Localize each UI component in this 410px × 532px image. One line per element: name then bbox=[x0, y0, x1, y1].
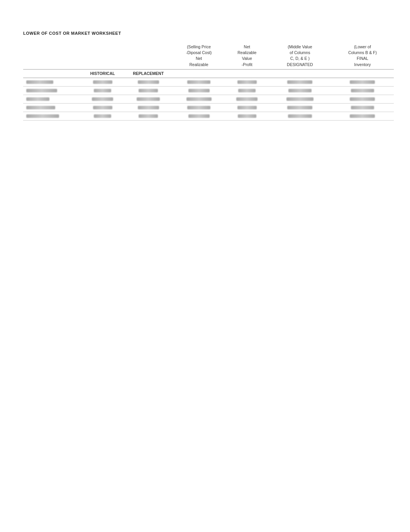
col-lower-line2: Columns B & F) bbox=[348, 50, 377, 55]
data-cell bbox=[81, 112, 124, 121]
col-net-line2: Realizable bbox=[237, 50, 256, 55]
col-net-header: Net Realizable Value -Profit bbox=[225, 43, 269, 69]
data-cell bbox=[172, 112, 225, 121]
data-cell bbox=[269, 78, 331, 87]
data-cell bbox=[331, 104, 394, 112]
col-selling-line2: -Diposal Cost) bbox=[186, 50, 212, 55]
data-cell bbox=[124, 95, 173, 104]
worksheet-table: (Selling Price -Diposal Cost) Net Realiz… bbox=[23, 43, 394, 121]
data-cell bbox=[124, 112, 173, 121]
col-historical-header bbox=[81, 43, 124, 69]
data-cell bbox=[225, 95, 269, 104]
data-cell bbox=[331, 87, 394, 95]
data-cell bbox=[23, 78, 81, 87]
table-row bbox=[23, 78, 394, 87]
col-middle-line4: DESIGNATED bbox=[287, 62, 313, 67]
worksheet-container: (Selling Price -Diposal Cost) Net Realiz… bbox=[23, 43, 387, 121]
subheader-lower bbox=[331, 69, 394, 78]
col-replacement-header bbox=[124, 43, 173, 69]
table-row bbox=[23, 104, 394, 112]
col-lower-header: (Lower of Columns B & F) FINAL Inventory bbox=[331, 43, 394, 69]
data-cell bbox=[172, 87, 225, 95]
table-row bbox=[23, 95, 394, 104]
column-header-row: (Selling Price -Diposal Cost) Net Realiz… bbox=[23, 43, 394, 69]
data-cell bbox=[225, 78, 269, 87]
data-cell bbox=[23, 112, 81, 121]
col-selling-line1: (Selling Price bbox=[187, 44, 211, 49]
col-selling-line3: Net bbox=[196, 56, 202, 61]
data-cell bbox=[172, 104, 225, 112]
data-cell bbox=[225, 87, 269, 95]
page: LOWER OF COST OR MARKET WORKSHEET (Selli… bbox=[0, 0, 410, 532]
col-middle-line1: (Middle Value bbox=[288, 44, 312, 49]
col-net-line3: Value bbox=[242, 56, 252, 61]
data-cell bbox=[124, 78, 173, 87]
data-cell bbox=[269, 112, 331, 121]
subheader-historical: HISTORICAL bbox=[81, 69, 124, 78]
subheader-net bbox=[225, 69, 269, 78]
data-cell bbox=[269, 104, 331, 112]
data-cell bbox=[269, 95, 331, 104]
subheader-item bbox=[23, 69, 81, 78]
data-cell bbox=[225, 112, 269, 121]
data-cell bbox=[172, 95, 225, 104]
data-cell bbox=[81, 95, 124, 104]
data-cell bbox=[23, 104, 81, 112]
col-middle-header: (Middle Value of Columns C, D, & E ) DES… bbox=[269, 43, 331, 69]
col-net-line4: -Profit bbox=[242, 62, 252, 67]
subheader-selling bbox=[172, 69, 225, 78]
data-cell bbox=[225, 104, 269, 112]
data-cell bbox=[331, 95, 394, 104]
col-lower-line3: FINAL bbox=[357, 56, 368, 61]
data-cell bbox=[23, 87, 81, 95]
data-cell bbox=[81, 78, 124, 87]
data-cell bbox=[23, 95, 81, 104]
subheader-replacement: REPLACEMENT bbox=[124, 69, 173, 78]
col-item-header bbox=[23, 43, 81, 69]
table-row bbox=[23, 112, 394, 121]
data-cell bbox=[124, 104, 173, 112]
subheader-middle bbox=[269, 69, 331, 78]
col-middle-line3: C, D, & E ) bbox=[290, 56, 310, 61]
table-row bbox=[23, 87, 394, 95]
col-lower-line4: Inventory bbox=[354, 62, 371, 67]
data-cell bbox=[172, 78, 225, 87]
col-selling-header: (Selling Price -Diposal Cost) Net Realiz… bbox=[172, 43, 225, 69]
col-selling-line4: Realizable bbox=[190, 62, 208, 67]
col-middle-line2: of Columns bbox=[290, 50, 310, 55]
data-cell bbox=[81, 104, 124, 112]
col-lower-line1: (Lower of bbox=[354, 44, 371, 49]
data-cell bbox=[81, 87, 124, 95]
page-title: LOWER OF COST OR MARKET WORKSHEET bbox=[23, 31, 387, 36]
col-net-line1: Net bbox=[244, 44, 250, 49]
data-cell bbox=[124, 87, 173, 95]
data-rows-container bbox=[23, 78, 394, 121]
subheader-row: HISTORICAL REPLACEMENT bbox=[23, 69, 394, 78]
data-cell bbox=[269, 87, 331, 95]
data-cell bbox=[331, 78, 394, 87]
data-cell bbox=[331, 112, 394, 121]
